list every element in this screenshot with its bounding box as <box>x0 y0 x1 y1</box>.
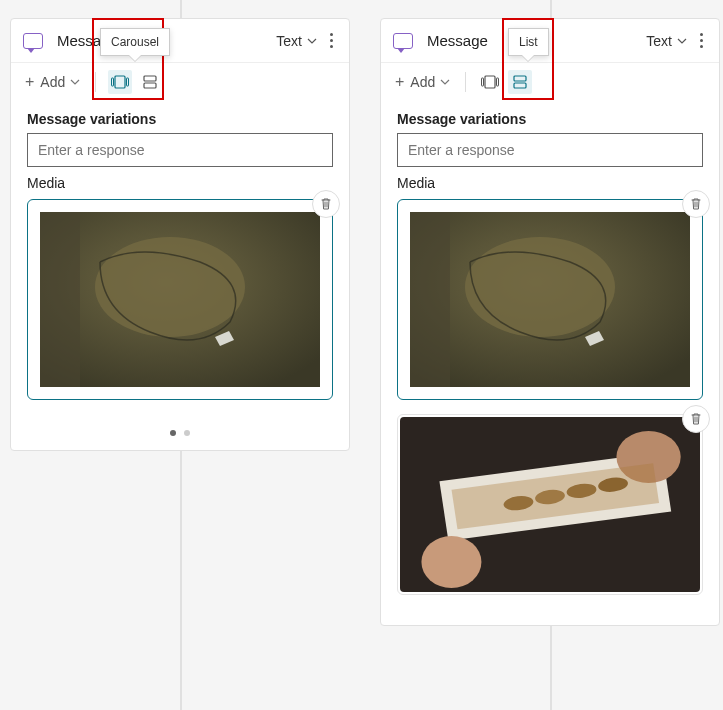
carousel-icon <box>481 75 499 89</box>
chat-icon <box>393 33 413 49</box>
svg-rect-10 <box>497 78 499 86</box>
plus-icon: + <box>25 73 34 91</box>
variations-label: Message variations <box>11 101 349 133</box>
response-input[interactable] <box>397 133 703 167</box>
media-area <box>381 199 719 625</box>
chevron-down-icon <box>306 35 318 47</box>
carousel-icon <box>111 75 129 89</box>
media-image <box>40 212 320 387</box>
list-icon <box>513 75 527 89</box>
layout-carousel-button[interactable] <box>478 70 502 94</box>
svg-rect-3 <box>144 76 156 81</box>
svg-rect-11 <box>514 76 526 81</box>
add-label: Add <box>40 74 65 90</box>
carousel-pager <box>11 430 349 450</box>
media-card[interactable] <box>397 199 703 400</box>
svg-rect-0 <box>115 76 125 88</box>
add-button[interactable]: + Add <box>393 69 453 95</box>
chevron-down-icon <box>439 76 451 88</box>
add-label: Add <box>410 74 435 90</box>
svg-point-22 <box>421 536 481 588</box>
panel-header: Message Text <box>381 19 719 62</box>
chevron-down-icon <box>69 76 81 88</box>
divider <box>465 72 466 92</box>
delete-media-button[interactable] <box>682 190 710 218</box>
layout-carousel-button[interactable] <box>108 70 132 94</box>
add-button[interactable]: + Add <box>23 69 83 95</box>
list-tooltip: List <box>508 28 549 56</box>
pager-dot[interactable] <box>184 430 190 436</box>
media-area <box>11 199 349 430</box>
layout-list-button[interactable] <box>508 70 532 94</box>
toolbar: + Add <box>11 62 349 101</box>
media-image <box>400 417 700 592</box>
svg-rect-4 <box>144 83 156 88</box>
trash-icon <box>689 197 703 211</box>
svg-point-6 <box>95 237 245 337</box>
list-icon <box>143 75 157 89</box>
variations-label: Message variations <box>381 101 719 133</box>
message-panel-left: Message Text + Add <box>10 18 350 451</box>
pager-dot[interactable] <box>170 430 176 436</box>
panel-header: Message Text <box>11 19 349 62</box>
more-menu-button[interactable] <box>696 29 707 52</box>
text-type-dropdown[interactable]: Text <box>646 33 688 49</box>
layout-list-button[interactable] <box>138 70 162 94</box>
text-dropdown-label: Text <box>646 33 672 49</box>
carousel-tooltip: Carousel <box>100 28 170 56</box>
delete-media-button[interactable] <box>682 405 710 433</box>
media-card[interactable] <box>27 199 333 400</box>
svg-rect-1 <box>112 78 114 86</box>
toolbar: + Add <box>381 62 719 101</box>
message-panel-right: Message Text + Add <box>380 18 720 626</box>
svg-rect-9 <box>482 78 484 86</box>
plus-icon: + <box>395 73 404 91</box>
trash-icon <box>689 412 703 426</box>
media-card[interactable] <box>397 414 703 595</box>
svg-rect-12 <box>514 83 526 88</box>
svg-rect-7 <box>40 212 80 387</box>
svg-point-14 <box>465 237 615 337</box>
response-input[interactable] <box>27 133 333 167</box>
divider <box>95 72 96 92</box>
trash-icon <box>319 197 333 211</box>
delete-media-button[interactable] <box>312 190 340 218</box>
text-type-dropdown[interactable]: Text <box>276 33 318 49</box>
svg-rect-15 <box>410 212 450 387</box>
svg-rect-2 <box>127 78 129 86</box>
svg-rect-8 <box>485 76 495 88</box>
chat-icon <box>23 33 43 49</box>
media-image <box>410 212 690 387</box>
media-label: Media <box>381 175 719 199</box>
media-label: Media <box>11 175 349 199</box>
chevron-down-icon <box>676 35 688 47</box>
text-dropdown-label: Text <box>276 33 302 49</box>
more-menu-button[interactable] <box>326 29 337 52</box>
